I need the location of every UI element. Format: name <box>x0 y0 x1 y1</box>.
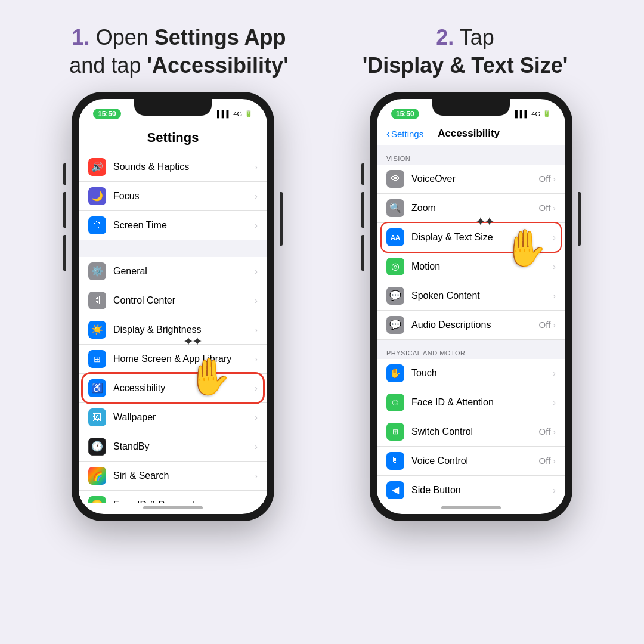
audio-descriptions-item[interactable]: 💬 Audio Descriptions Off › <box>377 311 565 340</box>
faceid-attention-item[interactable]: ☺ Face ID & Attention › <box>377 388 565 417</box>
general-icon: ⚙️ <box>88 262 106 280</box>
general-label: General <box>113 266 255 277</box>
standby-icon: 🕐 <box>88 438 106 456</box>
phone2: 15:50 ▌▌▌ 4G 🔋 ‹ Settings Accessibi <box>370 92 572 521</box>
phone1: 15:50 ▌▌▌ 4G 🔋 Settings 🔊 S <box>72 92 274 521</box>
voiceover-icon: 👁 <box>386 170 404 188</box>
voice-control-label: Voice Control <box>411 456 539 466</box>
wallpaper-label: Wallpaper <box>113 412 255 423</box>
tap-indicator-2: ✦✦ <box>476 215 494 228</box>
touch-label: Touch <box>411 368 553 379</box>
hand-cursor-2: 🤚 <box>503 230 547 266</box>
side-button-item[interactable]: ◀ Side Button › <box>377 476 565 503</box>
focus-item[interactable]: 🌙 Focus › <box>79 182 267 211</box>
notch-2 <box>432 99 510 116</box>
settings-title: Settings <box>79 125 267 153</box>
screen-time-item[interactable]: ⏱ Screen Time › <box>79 211 267 240</box>
tap-indicator-1: ✦✦ <box>184 335 202 348</box>
wallpaper-item[interactable]: 🖼 Wallpaper › <box>79 403 267 432</box>
siri-icon: 🌈 <box>88 467 106 485</box>
faceid-icon: 😀 <box>88 496 106 503</box>
volume-up-button-2 <box>361 192 364 228</box>
audio-descriptions-label: Audio Descriptions <box>411 320 539 330</box>
display-brightness-item[interactable]: ☀️ Display & Brightness › <box>79 315 267 345</box>
audio-descriptions-icon: 💬 <box>386 316 404 334</box>
step2-number: 2. <box>436 25 454 49</box>
home-screen-label: Home Screen & App Library <box>113 354 255 364</box>
faceid-label: Face ID & Passcode <box>113 500 255 503</box>
sounds-icon: 🔊 <box>88 158 106 176</box>
display-brightness-label: Display & Brightness <box>113 324 255 335</box>
switch-control-item[interactable]: ⊞ Switch Control Off › <box>377 417 565 447</box>
switch-control-label: Switch Control <box>411 426 539 437</box>
accessibility-icon: ♿ <box>88 379 106 397</box>
control-center-icon: 🎛 <box>88 292 106 309</box>
vision-header: VISION <box>377 145 565 165</box>
step2-bold: 'Display & Text Size' <box>363 53 568 78</box>
faceid-passcode-item[interactable]: 😀 Face ID & Passcode › <box>79 491 267 503</box>
spoken-content-icon: 💬 <box>386 287 404 305</box>
physical-motor-header: PHYSICAL AND MOTOR <box>377 340 565 359</box>
siri-label: Siri & Search <box>113 470 255 481</box>
zoom-item[interactable]: 🔍 Zoom Off › <box>377 194 565 223</box>
wallpaper-icon: 🖼 <box>88 408 106 426</box>
sounds-haptics-item[interactable]: 🔊 Sounds & Haptics › <box>79 153 267 182</box>
volume-down-button <box>63 235 66 271</box>
voiceover-item[interactable]: 👁 VoiceOver Off › <box>377 165 565 194</box>
standby-item[interactable]: 🕐 StandBy › <box>79 432 267 462</box>
spoken-content-label: Spoken Content <box>411 290 553 301</box>
power-button-2 <box>578 192 581 246</box>
voice-control-icon: 🎙 <box>386 452 404 470</box>
screen-time-icon: ⏱ <box>88 216 106 234</box>
control-center-item[interactable]: 🎛 Control Center › <box>79 286 267 315</box>
accessibility-label: Accessibility <box>113 383 255 394</box>
hand-cursor-1: 🤚 <box>187 359 231 395</box>
screen-time-label: Screen Time <box>113 220 255 231</box>
volume-up-button <box>63 192 66 228</box>
accessibility-list: VISION 👁 VoiceOver Off › 🔍 Zoom <box>377 145 565 503</box>
spoken-content-item[interactable]: 💬 Spoken Content › <box>377 281 565 311</box>
settings-list: 🔊 Sounds & Haptics › 🌙 Focus › ⏱ <box>79 153 267 503</box>
voiceover-label: VoiceOver <box>411 174 539 184</box>
focus-icon: 🌙 <box>88 187 106 205</box>
accessibility-screen: ‹ Settings Accessibility VISION 👁 <box>377 125 565 514</box>
status-icons-2: ▌▌▌ 4G 🔋 <box>515 110 551 117</box>
zoom-icon: 🔍 <box>386 199 404 217</box>
side-button-icon: ◀ <box>386 481 404 499</box>
switch-control-icon: ⊞ <box>386 423 404 441</box>
motion-icon: ◎ <box>386 258 404 275</box>
status-icons: ▌▌▌ 4G 🔋 <box>217 110 253 117</box>
home-screen-icon: ⊞ <box>88 350 106 368</box>
display-brightness-icon: ☀️ <box>88 321 106 339</box>
home-screen-item[interactable]: ⊞ Home Screen & App Library › <box>79 345 267 374</box>
general-item[interactable]: ⚙️ General › <box>79 257 267 286</box>
zoom-label: Zoom <box>411 203 539 213</box>
siri-search-item[interactable]: 🌈 Siri & Search › <box>79 462 267 491</box>
step2-title: 2. Tap 'Display & Text Size' <box>322 24 608 80</box>
home-indicator <box>143 506 203 509</box>
faceid-attention-icon: ☺ <box>386 394 404 411</box>
home-indicator-2 <box>441 506 501 509</box>
accessibility-item[interactable]: ♿ Accessibility › <box>79 374 267 403</box>
step1-title: 1. Open Settings App and tap 'Accessibil… <box>36 24 322 80</box>
step1-number: 1. <box>72 25 90 49</box>
power-button <box>280 192 283 246</box>
status-time-2: 15:50 <box>391 109 419 119</box>
sounds-label: Sounds & Haptics <box>113 162 255 172</box>
volume-down-button-2 <box>361 235 364 271</box>
settings-screen: Settings 🔊 Sounds & Haptics › 🌙 Foc <box>79 125 267 514</box>
control-center-label: Control Center <box>113 295 255 306</box>
touch-icon: ✋ <box>386 364 404 382</box>
step2-text: Tap <box>460 25 494 49</box>
accessibility-nav-title: Accessibility <box>423 128 514 140</box>
touch-item[interactable]: ✋ Touch › <box>377 359 565 388</box>
standby-label: StandBy <box>113 441 255 452</box>
side-button-label: Side Button <box>411 485 553 496</box>
back-button[interactable]: ‹ Settings <box>386 128 423 140</box>
notch <box>134 99 212 116</box>
faceid-attention-label: Face ID & Attention <box>411 397 553 408</box>
focus-label: Focus <box>113 191 255 202</box>
nav-bar: ‹ Settings Accessibility <box>377 125 565 145</box>
voice-control-item[interactable]: 🎙 Voice Control Off › <box>377 447 565 476</box>
display-text-size-icon: AA <box>386 228 404 246</box>
